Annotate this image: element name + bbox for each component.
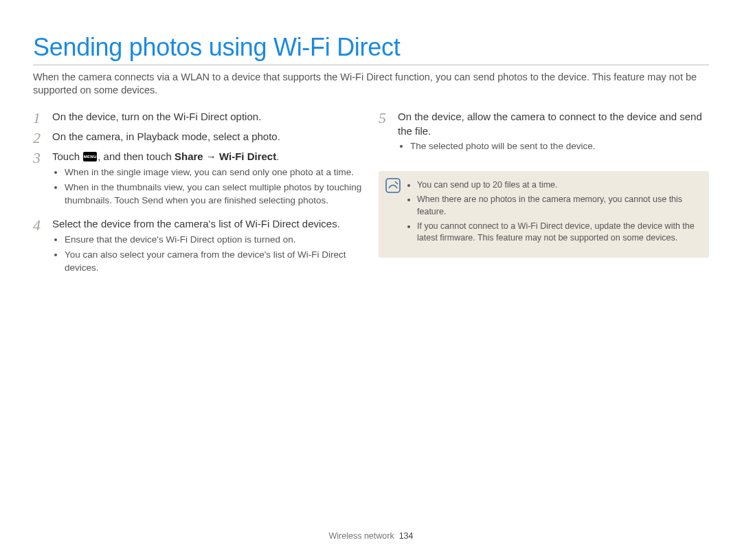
step-5: 5 On the device, allow the camera to con… [379, 110, 709, 159]
menu-icon: MENU [83, 152, 97, 161]
step4-bullets: Ensure that the device's Wi-Fi Direct op… [52, 232, 363, 280]
manual-page: Sending photos using Wi-Fi Direct When t… [0, 0, 742, 560]
list-item: If you cannot connect to a Wi-Fi Direct … [417, 221, 698, 245]
footer-section: Wireless network [329, 531, 394, 541]
step-number: 5 [379, 110, 391, 126]
list-item: Ensure that the device's Wi-Fi Direct op… [65, 233, 363, 246]
page-title: Sending photos using Wi-Fi Direct [33, 34, 709, 60]
step-text: On the camera, in Playback mode, select … [52, 130, 363, 144]
note-list: You can send up to 20 files at a time. W… [407, 178, 698, 251]
step5-bullets: The selected photo will be sent to the d… [398, 138, 709, 159]
page-footer: Wireless network 134 [0, 531, 742, 541]
left-column: 1 On the device, turn on the Wi-Fi Direc… [33, 110, 363, 284]
step5-main: On the device, allow the camera to conne… [398, 111, 702, 137]
title-divider [33, 65, 709, 65]
list-item-text: When in the thumbnails view, you can sel… [65, 182, 361, 205]
list-item: You can send up to 20 files at a time. [417, 179, 698, 192]
step3-bullets: When in the single image view, you can s… [52, 164, 363, 213]
step-number: 1 [33, 110, 45, 126]
intro-paragraph: When the camera connects via a WLAN to a… [33, 71, 709, 98]
step3-dot: . [276, 150, 279, 162]
svg-line-1 [395, 181, 398, 184]
list-item: When in the thumbnails view, you can sel… [65, 181, 363, 207]
step-text: Touch MENU, and then touch Share → Wi-Fi… [52, 150, 363, 213]
right-column: 5 On the device, allow the camera to con… [379, 110, 709, 284]
step4-main: Select the device from the camera's list… [52, 218, 340, 229]
step3-lead-before: Touch [52, 150, 82, 162]
step-text: Select the device from the camera's list… [52, 217, 363, 280]
step-2: 2 On the camera, in Playback mode, selec… [33, 130, 363, 146]
list-item: You can also select your camera from the… [65, 248, 363, 274]
note-icon [385, 178, 401, 251]
step3-bold: Share → Wi-Fi Direct [175, 150, 276, 162]
step-4: 4 Select the device from the camera's li… [33, 217, 363, 280]
step-text: On the device, turn on the Wi-Fi Direct … [52, 110, 363, 124]
content-columns: 1 On the device, turn on the Wi-Fi Direc… [33, 110, 709, 284]
step-number: 2 [33, 130, 45, 146]
step-3: 3 Touch MENU, and then touch Share → Wi-… [33, 150, 363, 213]
list-item: When in the single image view, you can s… [65, 166, 363, 179]
footer-page-number: 134 [399, 531, 414, 541]
step-number: 4 [33, 217, 45, 233]
step-text: On the device, allow the camera to conne… [398, 110, 709, 159]
step-1: 1 On the device, turn on the Wi-Fi Direc… [33, 110, 363, 126]
list-item: The selected photo will be sent to the d… [410, 139, 709, 153]
step3-lead-after: , and then touch [98, 150, 175, 162]
step-number: 3 [33, 150, 45, 166]
list-item: When there are no photos in the camera m… [417, 194, 698, 219]
note-box: You can send up to 20 files at a time. W… [379, 171, 709, 258]
